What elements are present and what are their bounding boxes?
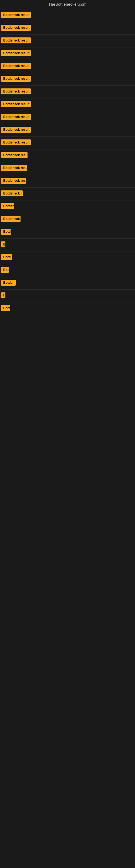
result-row-19: B xyxy=(0,239,135,251)
result-row-14: Bottleneck resu xyxy=(0,175,135,188)
result-row-7: Bottleneck result xyxy=(0,86,135,98)
bottleneck-badge-20[interactable]: Bottl xyxy=(1,254,12,260)
bottleneck-badge-24[interactable]: Bott xyxy=(1,305,10,311)
result-row-12: Bottleneck resu xyxy=(0,150,135,162)
bottleneck-badge-9[interactable]: Bottleneck result xyxy=(1,114,31,120)
result-row-17: Bottleneck xyxy=(0,213,135,226)
result-row-4: Bottleneck result xyxy=(0,48,135,60)
bottleneck-badge-22[interactable]: Bottlen xyxy=(1,280,16,286)
bottleneck-badge-10[interactable]: Bottleneck result xyxy=(1,127,31,133)
result-row-6: Bottleneck result xyxy=(0,73,135,86)
result-row-16: Bottler xyxy=(0,200,135,213)
result-row-5: Bottleneck result xyxy=(0,60,135,73)
bottleneck-badge-19[interactable]: B xyxy=(1,241,5,247)
bottleneck-badge-8[interactable]: Bottleneck result xyxy=(1,101,31,107)
result-row-21: Bot xyxy=(0,264,135,277)
result-row-24: Bott xyxy=(0,303,135,315)
bottleneck-badge-14[interactable]: Bottleneck resu xyxy=(1,178,26,184)
result-row-23: I xyxy=(0,290,135,303)
result-row-18: Bottl xyxy=(0,226,135,239)
site-title: TheBottlenecker.com xyxy=(0,0,135,9)
bottleneck-badge-3[interactable]: Bottleneck result xyxy=(1,37,31,43)
result-row-11: Bottleneck result xyxy=(0,137,135,150)
bottleneck-badge-21[interactable]: Bot xyxy=(1,267,9,273)
result-row-2: Bottleneck result xyxy=(0,22,135,35)
result-row-15: Bottleneck r xyxy=(0,188,135,200)
result-row-3: Bottleneck result xyxy=(0,35,135,48)
bottleneck-badge-12[interactable]: Bottleneck resu xyxy=(1,152,28,158)
result-row-9: Bottleneck result xyxy=(0,111,135,124)
bottleneck-badge-11[interactable]: Bottleneck result xyxy=(1,140,31,145)
result-row-13: Bottleneck resu xyxy=(0,162,135,175)
result-row-22: Bottlen xyxy=(0,277,135,290)
result-row-20: Bottl xyxy=(0,251,135,264)
bottleneck-badge-16[interactable]: Bottler xyxy=(1,203,14,209)
bottleneck-badge-5[interactable]: Bottleneck result xyxy=(1,63,31,69)
bottleneck-badge-7[interactable]: Bottleneck result xyxy=(1,88,31,94)
bottleneck-badge-6[interactable]: Bottleneck result xyxy=(1,76,31,82)
result-row-8: Bottleneck result xyxy=(0,98,135,111)
results-list: Bottleneck resultBottleneck resultBottle… xyxy=(0,9,135,315)
bottleneck-badge-18[interactable]: Bottl xyxy=(1,229,11,235)
bottleneck-badge-17[interactable]: Bottleneck xyxy=(1,216,20,222)
bottleneck-badge-2[interactable]: Bottleneck result xyxy=(1,25,31,31)
bottleneck-badge-4[interactable]: Bottleneck result xyxy=(1,50,31,56)
result-row-10: Bottleneck result xyxy=(0,124,135,137)
bottleneck-badge-23[interactable]: I xyxy=(1,292,5,299)
result-row-1: Bottleneck result xyxy=(0,9,135,22)
bottleneck-badge-1[interactable]: Bottleneck result xyxy=(1,12,31,18)
bottleneck-badge-13[interactable]: Bottleneck resu xyxy=(1,165,27,171)
bottleneck-badge-15[interactable]: Bottleneck r xyxy=(1,190,23,196)
